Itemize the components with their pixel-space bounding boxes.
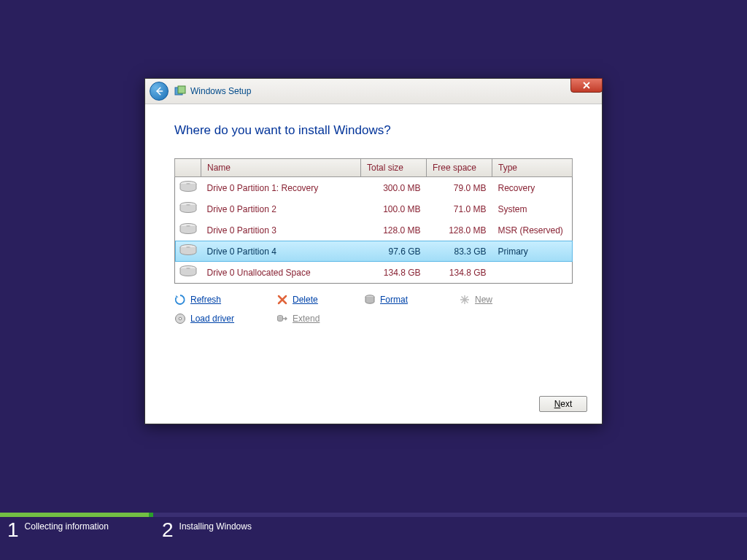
svg-point-3 bbox=[186, 183, 190, 184]
col-free-space[interactable]: Free space bbox=[427, 159, 492, 177]
back-button[interactable] bbox=[150, 82, 169, 101]
disk-icon bbox=[175, 198, 201, 219]
table-row[interactable]: Drive 0 Partition 497.6 GB83.3 GBPrimary bbox=[175, 241, 573, 262]
table-row[interactable]: Drive 0 Partition 3128.0 MB128.0 MBMSR (… bbox=[175, 219, 573, 241]
cell-total-size: 300.0 MB bbox=[361, 177, 427, 199]
disk-icon bbox=[175, 262, 201, 284]
table-row[interactable]: Drive 0 Partition 1: Recovery300.0 MB79.… bbox=[175, 177, 573, 199]
partition-table: Name Total size Free space Type Drive 0 … bbox=[174, 158, 573, 284]
svg-point-14 bbox=[179, 317, 182, 320]
format-label: Format bbox=[380, 295, 408, 305]
format-link[interactable]: Format bbox=[364, 294, 459, 306]
step-1-label: Collecting information bbox=[25, 521, 109, 532]
titlebar: Windows Setup bbox=[145, 79, 602, 104]
step-2-number: 2 bbox=[162, 520, 174, 540]
cell-name: Drive 0 Partition 2 bbox=[201, 198, 361, 219]
new-link: New bbox=[459, 294, 546, 306]
cell-type bbox=[492, 262, 573, 284]
refresh-link[interactable]: Refresh bbox=[174, 294, 276, 306]
delete-link[interactable]: Delete bbox=[276, 294, 364, 306]
next-button[interactable]: Next bbox=[539, 396, 587, 412]
delete-icon bbox=[276, 294, 288, 306]
cell-name: Drive 0 Unallocated Space bbox=[201, 262, 361, 284]
cell-type: MSR (Reserved) bbox=[492, 219, 573, 241]
cell-free-space: 79.0 MB bbox=[427, 177, 492, 199]
table-row[interactable]: Drive 0 Unallocated Space134.8 GB134.8 G… bbox=[175, 262, 573, 284]
svg-rect-1 bbox=[178, 86, 185, 93]
window-title: Windows Setup bbox=[190, 86, 251, 96]
step-2-label: Installing Windows bbox=[179, 521, 252, 532]
refresh-label: Refresh bbox=[190, 295, 221, 305]
cell-name: Drive 0 Partition 4 bbox=[201, 241, 361, 262]
partition-actions: Refresh Delete Format New Load driver Ex… bbox=[174, 294, 573, 324]
extend-link: Extend bbox=[276, 313, 364, 324]
col-total-size[interactable]: Total size bbox=[361, 159, 427, 177]
cell-free-space: 128.0 MB bbox=[427, 219, 492, 241]
step-1-number: 1 bbox=[7, 520, 19, 540]
extend-label: Extend bbox=[293, 314, 320, 324]
svg-point-7 bbox=[186, 225, 190, 227]
load-driver-link[interactable]: Load driver bbox=[174, 313, 276, 324]
svg-point-5 bbox=[186, 204, 190, 206]
new-label: New bbox=[475, 295, 492, 305]
format-icon bbox=[364, 294, 376, 306]
table-row[interactable]: Drive 0 Partition 2100.0 MB71.0 MBSystem bbox=[175, 198, 573, 219]
setup-dialog: Windows Setup Where do you want to insta… bbox=[144, 78, 603, 424]
cell-total-size: 100.0 MB bbox=[361, 198, 427, 219]
page-heading: Where do you want to install Windows? bbox=[174, 123, 573, 138]
setup-icon bbox=[174, 85, 186, 97]
cell-total-size: 97.6 GB bbox=[361, 241, 427, 262]
cd-icon bbox=[174, 313, 186, 324]
cell-type: Primary bbox=[492, 241, 573, 262]
col-name[interactable]: Name bbox=[201, 159, 361, 177]
cell-free-space: 71.0 MB bbox=[427, 198, 492, 219]
disk-icon bbox=[175, 177, 201, 199]
step-1: 1 Collecting information bbox=[7, 520, 109, 540]
table-header-row: Name Total size Free space Type bbox=[175, 159, 573, 177]
cell-free-space: 83.3 GB bbox=[427, 241, 492, 262]
next-row: Next bbox=[539, 396, 587, 412]
progress-step1-fill bbox=[0, 513, 149, 517]
cell-name: Drive 0 Partition 3 bbox=[201, 219, 361, 241]
cell-total-size: 128.0 MB bbox=[361, 219, 427, 241]
disk-icon bbox=[175, 219, 201, 241]
cell-free-space: 134.8 GB bbox=[427, 262, 492, 284]
refresh-icon bbox=[174, 294, 186, 306]
extend-icon bbox=[276, 313, 288, 324]
svg-point-9 bbox=[186, 246, 190, 248]
close-button[interactable] bbox=[570, 78, 603, 93]
col-type[interactable]: Type bbox=[492, 159, 573, 177]
cell-name: Drive 0 Partition 1: Recovery bbox=[201, 177, 361, 199]
load-driver-label: Load driver bbox=[190, 314, 234, 324]
dialog-content: Where do you want to install Windows? Na… bbox=[145, 104, 602, 336]
cell-type: Recovery bbox=[492, 177, 573, 199]
progress-bar: 1 Collecting information 2 Installing Wi… bbox=[0, 513, 747, 560]
cell-total-size: 134.8 GB bbox=[361, 262, 427, 284]
progress-step2-marker bbox=[149, 513, 153, 517]
svg-point-11 bbox=[186, 268, 190, 269]
arrow-left-icon bbox=[154, 86, 164, 96]
progress-track bbox=[0, 513, 747, 517]
close-icon bbox=[583, 82, 590, 89]
new-icon bbox=[459, 294, 471, 306]
delete-label: Delete bbox=[293, 295, 318, 305]
disk-icon bbox=[175, 241, 201, 262]
step-2: 2 Installing Windows bbox=[162, 520, 252, 540]
col-icon[interactable] bbox=[175, 159, 201, 177]
cell-type: System bbox=[492, 198, 573, 219]
